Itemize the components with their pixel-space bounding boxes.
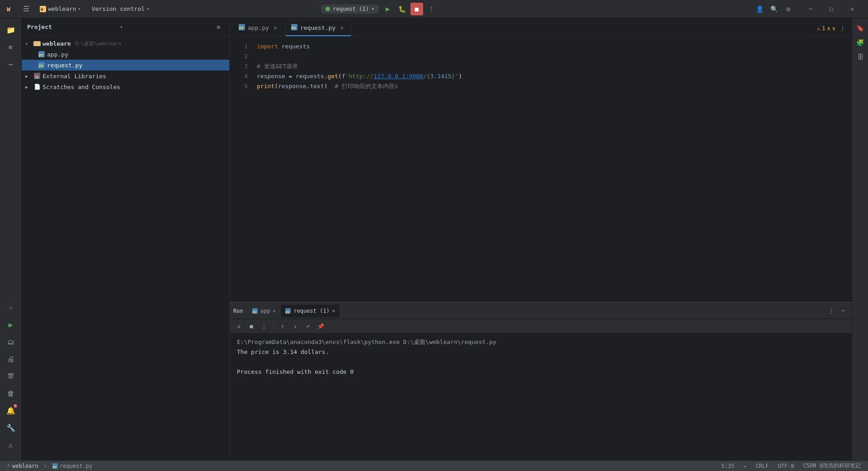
folder-icon xyxy=(33,40,41,47)
folder-icon: 📁 xyxy=(6,26,15,34)
tree-item-scratches[interactable]: ▶ 📄 Scratches and Consoles xyxy=(22,81,229,92)
bookmark-panel-button[interactable]: 🔖 xyxy=(854,22,867,34)
tab-app-py[interactable]: py app.py ✕ xyxy=(233,19,284,36)
python-file-icon: py xyxy=(38,61,45,69)
terminal-tab-close[interactable]: ✕ xyxy=(273,308,275,313)
version-control-selector[interactable]: Version control ▾ xyxy=(88,4,153,14)
stop-process-button[interactable]: ■ xyxy=(246,321,257,332)
soft-wrap-button[interactable]: ⤶ xyxy=(302,321,313,332)
more-actions-button[interactable]: ⋮ xyxy=(425,3,438,15)
rerun-button[interactable]: ↺ xyxy=(233,321,244,332)
python-tab-icon: py xyxy=(239,24,245,32)
line-numbers: 1 2 3 4 5 xyxy=(230,36,251,302)
tab-request-py[interactable]: py request.py ✕ xyxy=(285,19,351,36)
hamburger-icon: ☰ xyxy=(23,5,29,13)
sidebar-settings-button[interactable]: ⚙ xyxy=(213,22,224,33)
terminal-minimize-button[interactable]: ─ xyxy=(838,306,848,316)
terminal-tab-request[interactable]: py request (1) ✕ xyxy=(281,305,340,317)
terminal-tab-app[interactable]: py app ✕ xyxy=(248,305,280,317)
notification-badge: 1 xyxy=(14,404,17,408)
scroll-down-button[interactable]: ↓ xyxy=(290,321,301,332)
tree-item-label: Scratches and Consoles xyxy=(42,84,120,90)
user-label: CSDN @浩浩的科研笔记 xyxy=(803,462,861,470)
print-tool-button[interactable]: 🖨 xyxy=(3,351,19,367)
current-file-name: request.py xyxy=(60,463,92,469)
right-panels: 🔖 🧩 🗄 xyxy=(852,18,868,460)
tab-close-button[interactable]: ✕ xyxy=(272,24,279,31)
problems-button[interactable]: ⚠ xyxy=(3,437,19,453)
terminal-tab-label: request (1) xyxy=(293,308,329,314)
line-number-1: 1 xyxy=(230,42,248,52)
toolbar-separator xyxy=(273,323,274,330)
debug-button[interactable]: 🐛 xyxy=(396,3,409,15)
terminal-more-button[interactable]: ⋮ xyxy=(826,306,836,316)
close-button[interactable]: ✕ xyxy=(842,2,863,16)
tools-icon: 🔧 xyxy=(6,424,15,432)
status-bar-right: 5:35 ✏ CRLF UTF-8 CSDN @浩浩的科研笔记 xyxy=(719,462,863,470)
database-panel-button[interactable]: 🗄 xyxy=(854,51,867,63)
terminal-actions: ⋮ ─ xyxy=(826,306,848,316)
python-status-icon: py xyxy=(52,463,58,469)
app-logo: W xyxy=(5,4,15,14)
coverage-tool-button[interactable]: 🎬 xyxy=(3,368,19,384)
run-tool-button[interactable]: ▶ xyxy=(3,316,19,333)
editor-tab-bar: py app.py ✕ py request.py ✕ xyxy=(230,18,852,36)
more-tool-button[interactable]: ⋯ xyxy=(3,56,19,72)
extensions-panel-button[interactable]: 🧩 xyxy=(854,36,867,49)
titlebar-run-actions: ▶ 🐛 ■ ⋮ xyxy=(382,3,438,15)
project-selector[interactable]: W weblearn ▾ xyxy=(37,4,84,14)
terminal-toolbar: ↺ ■ ⋮ ↑ ↓ ⤶ 📌 xyxy=(230,319,852,334)
terminal-tab-label: app xyxy=(260,308,270,314)
search-everywhere-button[interactable]: 🔍 xyxy=(768,3,780,15)
line-ending-indicator[interactable]: CRLF xyxy=(754,463,771,469)
scratch-icon: 📄 xyxy=(33,83,41,90)
maximize-button[interactable]: □ xyxy=(821,2,842,16)
editor-terminal-split: py app.py ✕ py request.py ✕ xyxy=(230,18,852,460)
tree-item-label: request.py xyxy=(47,62,82,69)
version-control-label: Version control xyxy=(92,5,145,12)
tree-item-external-libraries[interactable]: ▶ 📚 External Libraries xyxy=(22,71,229,81)
terminal-options-button[interactable]: ⋮ xyxy=(259,321,269,332)
todo-tool-button[interactable]: 🗑 xyxy=(3,385,19,401)
warnings-indicator[interactable]: ⚠ 1 ∧ ∨ xyxy=(817,25,835,32)
pin-tab-button[interactable]: 📌 xyxy=(315,321,326,332)
file-tree: ▾ weblearn D:\桌面\weblearn py app.py xyxy=(22,36,229,460)
line-number-4: 4 xyxy=(230,71,248,81)
layers-icon: 🗂 xyxy=(7,338,14,346)
structure-tool-button[interactable]: ⊞ xyxy=(3,39,19,55)
project-name-status: weblearn xyxy=(12,463,38,469)
user-profile-button[interactable]: 👤 xyxy=(753,3,766,15)
current-file-indicator[interactable]: py request.py xyxy=(51,463,94,469)
minimize-button[interactable]: ─ xyxy=(800,2,821,16)
settings-button[interactable]: ⚙ xyxy=(782,3,795,15)
code-content[interactable]: import requests # 发送GET请求 response = req… xyxy=(251,36,852,302)
tab-close-button[interactable]: ✕ xyxy=(338,24,345,32)
sidebar-title: Project xyxy=(27,24,118,30)
user-label-indicator[interactable]: CSDN @浩浩的科研笔记 xyxy=(802,462,863,470)
charset-indicator[interactable]: UTF-8 xyxy=(776,463,796,469)
run-button[interactable]: ▶ xyxy=(382,3,394,15)
tree-item-request-py[interactable]: py request.py xyxy=(22,60,229,71)
notifications-tool-button[interactable]: 🔔 1 xyxy=(3,402,19,419)
stop-button[interactable]: ■ xyxy=(410,3,423,15)
layers-tool-button[interactable]: 🗂 xyxy=(3,334,19,350)
svg-text:W: W xyxy=(7,6,10,13)
window-controls: ─ □ ✕ xyxy=(800,2,863,16)
project-tool-button[interactable]: 📁 xyxy=(3,22,19,38)
tab-label: request.py xyxy=(300,24,335,31)
scroll-up-button[interactable]: ↑ xyxy=(277,321,288,332)
terminal-tab-close[interactable]: ✕ xyxy=(332,308,335,313)
main-area: 📁 ⊞ ⋯ ⑃ ▶ 🗂 🖨 🎬 🗑 xyxy=(0,18,868,460)
line-number-5: 5 xyxy=(230,81,248,91)
tree-item-weblearn[interactable]: ▾ weblearn D:\桌面\weblearn xyxy=(22,38,229,49)
tree-item-label: app.py xyxy=(47,51,68,58)
tools-button[interactable]: 🔧 xyxy=(3,419,19,436)
tab-bar-more-button[interactable]: ⋮ xyxy=(837,23,848,34)
hamburger-menu-button[interactable]: ☰ xyxy=(20,3,33,15)
no-lf-indicator[interactable]: ✏ xyxy=(741,463,748,469)
git-tool-button[interactable]: ⑃ xyxy=(3,299,19,316)
run-configuration-selector[interactable]: request (1) ▾ xyxy=(321,5,379,14)
git-branch-indicator[interactable]: ⑃ weblearn xyxy=(5,463,40,469)
run-config-arrow: ▾ xyxy=(372,6,374,11)
tree-item-app-py[interactable]: py app.py xyxy=(22,49,229,60)
